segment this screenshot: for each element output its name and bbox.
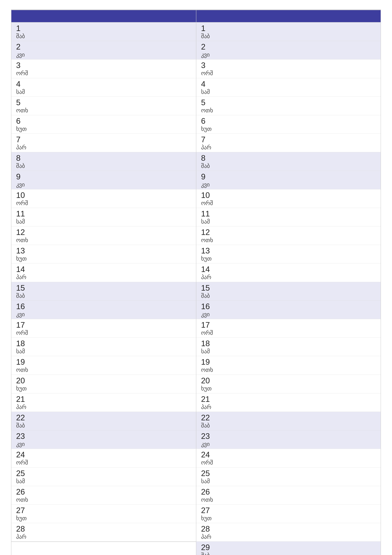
day-number: 22 (201, 413, 376, 422)
mar-day-row: 6 ხუთ (196, 115, 381, 134)
day-number: 13 (16, 247, 191, 255)
day-number: 15 (201, 284, 376, 292)
day-number: 1 (201, 24, 376, 33)
day-name: ოთხ (201, 366, 376, 373)
day-name: შაბ (16, 422, 191, 429)
day-name: ოთხ (16, 366, 191, 373)
day-name: პარ (16, 404, 191, 410)
mar-day-row: 9 კვი (196, 171, 381, 189)
day-name: კვი (16, 441, 191, 447)
day-number: 6 (16, 117, 191, 125)
day-number: 3 (201, 61, 376, 70)
day-number: 14 (16, 265, 191, 274)
feb-day-row: 8 შაბ (11, 152, 196, 171)
day-number: 14 (201, 265, 376, 274)
mar-day-row: 20 ხუთ (196, 375, 381, 393)
day-number: 4 (201, 80, 376, 88)
feb-day-row: 7 პარ (11, 134, 196, 152)
day-name: ორშ (201, 200, 376, 206)
day-name: ორშ (201, 70, 376, 77)
day-number: 23 (201, 432, 376, 441)
mar-day-row: 18 სამ (196, 338, 381, 356)
mar-day-row: 24 ორშ (196, 449, 381, 467)
mar-day-row: 10 ორშ (196, 189, 381, 208)
day-number: 24 (201, 450, 376, 459)
mar-day-row: 26 ოთხ (196, 486, 381, 504)
day-name: კვი (201, 441, 376, 447)
day-name: კვი (16, 51, 191, 58)
mar-day-row: 21 პარ (196, 393, 381, 412)
mar-day-row: 29 შაბ (196, 541, 381, 555)
day-number: 7 (201, 135, 376, 144)
day-number: 27 (16, 506, 191, 515)
day-number: 4 (16, 80, 191, 88)
day-name: ორშ (201, 329, 376, 336)
mar-day-row: 7 პარ (196, 134, 381, 152)
mar-day-row: 17 ორშ (196, 319, 381, 338)
day-name: სამ (16, 348, 191, 355)
day-name: ოთხ (201, 496, 376, 503)
day-name: სამ (201, 348, 376, 355)
day-name: ხუთ (201, 385, 376, 392)
feb-day-row: 9 კვი (11, 171, 196, 189)
day-name: შაბ (201, 422, 376, 429)
day-name: ხუთ (16, 385, 191, 392)
mar-day-row: 13 ხუთ (196, 245, 381, 263)
day-name: პარ (201, 144, 376, 151)
day-name: შაბ (201, 292, 376, 299)
day-number: 28 (16, 525, 191, 533)
day-name: კვი (201, 181, 376, 188)
day-number: 6 (201, 117, 376, 125)
day-name: კვი (201, 311, 376, 318)
day-number: 3 (16, 61, 191, 70)
mar-day-row: 5 ოთხ (196, 97, 381, 115)
day-number: 5 (16, 98, 191, 107)
day-number: 5 (201, 98, 376, 107)
day-name: პარ (16, 533, 191, 540)
feb-day-row: 17 ორშ (11, 319, 196, 338)
feb-day-row: 18 სამ (11, 338, 196, 356)
mar-day-row: 14 პარ (196, 263, 381, 282)
day-number: 19 (201, 358, 376, 366)
day-name: ორშ (201, 459, 376, 466)
day-name: სამ (201, 218, 376, 225)
day-name: შაბ (201, 33, 376, 40)
feb-day-row: 14 პარ (11, 263, 196, 282)
day-name: სამ (16, 478, 191, 485)
feb-day-row: 6 ხუთ (11, 115, 196, 134)
day-number: 11 (16, 210, 191, 218)
day-number: 8 (201, 154, 376, 162)
day-number: 20 (16, 376, 191, 385)
day-number: 10 (201, 191, 376, 200)
feb-day-row: 16 კვი (11, 301, 196, 319)
day-name: ხუთ (201, 125, 376, 132)
feb-day-row: 19 ოთხ (11, 356, 196, 375)
mar-day-row: 23 კვი (196, 430, 381, 449)
logo-row: 7 CALENDAR (11, 541, 196, 555)
feb-day-row: 4 სამ (11, 78, 196, 97)
feb-day-row: 13 ხუთ (11, 245, 196, 263)
feb-day-row: 21 პარ (11, 393, 196, 412)
mar-day-row: 12 ოთხ (196, 226, 381, 245)
day-name: პარ (201, 404, 376, 410)
feb-day-row: 2 კვი (11, 41, 196, 59)
day-number: 22 (16, 413, 191, 422)
day-name: ხუთ (16, 515, 191, 522)
day-name: ოთხ (16, 237, 191, 243)
day-number: 25 (201, 469, 376, 478)
day-number: 23 (16, 432, 191, 441)
day-name: ორშ (16, 329, 191, 336)
day-name: ხუთ (16, 255, 191, 262)
day-number: 2 (201, 43, 376, 51)
mar-day-row: 19 ოთხ (196, 356, 381, 375)
march-days: 1 შაბ 2 კვი 3 ორშ 4 სამ 5 ოთხ 6 ხუთ 7 პა… (196, 22, 381, 555)
day-name: შაბ (201, 552, 376, 555)
march-header (196, 10, 381, 22)
feb-day-row: 10 ორშ (11, 189, 196, 208)
day-number: 28 (201, 525, 376, 533)
day-name: ოთხ (16, 107, 191, 114)
february-days: 1 შაბ 2 კვი 3 ორშ 4 სამ 5 ოთხ 6 ხუთ 7 პა… (11, 22, 196, 555)
day-name: ხუთ (201, 515, 376, 522)
feb-day-row: 24 ორშ (11, 449, 196, 467)
day-number: 29 (201, 543, 376, 552)
